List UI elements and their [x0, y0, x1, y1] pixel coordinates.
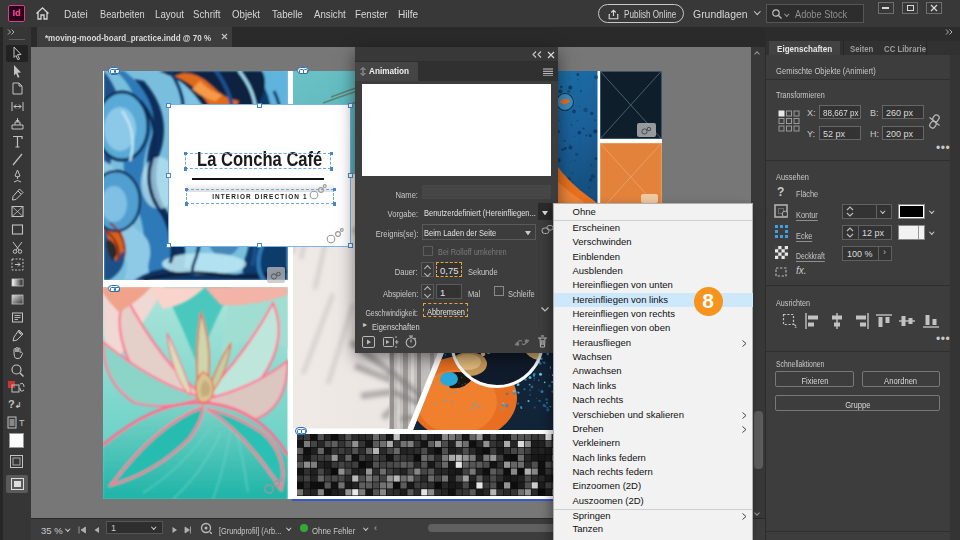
svg-text:T: T [19, 418, 25, 428]
